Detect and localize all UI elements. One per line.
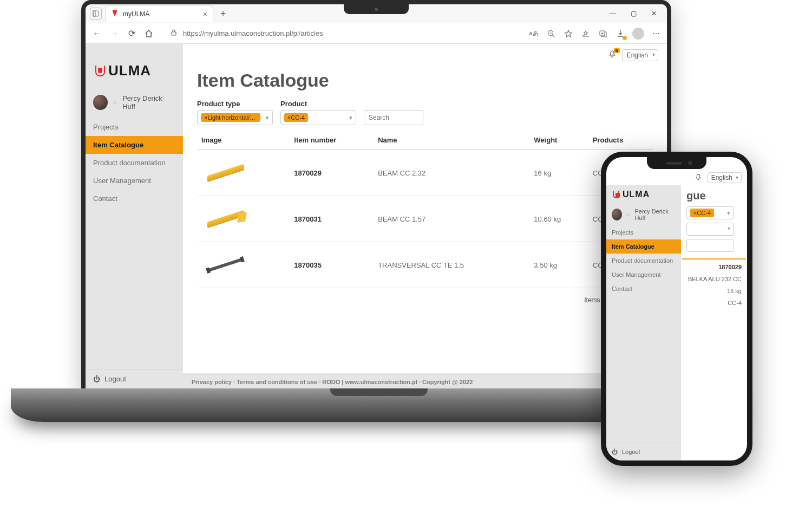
- window-controls: — ▢ ✕: [604, 8, 663, 20]
- address-bar[interactable]: https://myulma.ulmaconstruction.pl/pl/ar…: [183, 29, 523, 37]
- item-number: 1870035: [290, 242, 374, 288]
- sidebar-item-projects[interactable]: Projects: [86, 118, 183, 136]
- user-profile[interactable]: ★ Percy Derick Huff: [86, 89, 183, 118]
- phone-sidebar: ULMA ★ Percy Derick Huff Projects Item C…: [606, 185, 681, 460]
- th-image: Image: [197, 131, 290, 150]
- table-row[interactable]: 1870035 TRANSVERSAL CC TE 1.5 3.50 kg CC…: [197, 242, 653, 288]
- ulma-favicon: [111, 10, 119, 18]
- user-name: Percy Derick Huff: [122, 94, 175, 111]
- phone-frame: English ULMA ★ Percy Derick Huff Project…: [601, 152, 752, 466]
- phone-item-number: 1870029: [686, 264, 742, 270]
- items-table: Image Item number Name Weight Products 1…: [197, 131, 653, 288]
- forward-button[interactable]: →: [108, 28, 120, 40]
- sidebar-item-contact[interactable]: Contact: [86, 190, 183, 207]
- phone-nav-projects[interactable]: Projects: [606, 225, 681, 239]
- item-name: BEAM CC 2.32: [374, 150, 529, 196]
- table-row[interactable]: 1870031 BEAM CC 1.57 10.60 kg CC-4: [197, 196, 653, 242]
- search-input[interactable]: [364, 110, 423, 125]
- item-thumbnail: [201, 206, 249, 232]
- more-menu-icon[interactable]: ⋯: [651, 28, 662, 39]
- phone-user-avatar: [612, 209, 622, 220]
- item-thumbnail: [201, 252, 249, 278]
- pagination: Items per page: 20: [197, 288, 653, 312]
- reload-button[interactable]: ⟳: [126, 28, 137, 40]
- product-chip[interactable]: ×CC-4: [284, 113, 308, 122]
- new-tab-button[interactable]: +: [217, 7, 230, 20]
- phone-page-title: gue: [686, 190, 742, 202]
- translate-icon[interactable]: aあ: [528, 28, 539, 39]
- divider: [682, 258, 746, 259]
- favorite-star-icon[interactable]: [563, 28, 574, 39]
- sidebar-item-user-management[interactable]: User Management: [86, 172, 183, 190]
- laptop-notch: [344, 4, 409, 14]
- phone-notch: [647, 157, 706, 169]
- minimize-button[interactable]: —: [604, 8, 621, 20]
- phone-user-name: Percy Derick Huff: [634, 208, 676, 221]
- collections-icon[interactable]: [598, 28, 608, 39]
- favorites-bar-icon[interactable]: [580, 28, 591, 39]
- phone-secondary-select[interactable]: [686, 223, 734, 236]
- phone-item-name: BELKA ALU 232 CC: [686, 276, 742, 282]
- browser-tab[interactable]: myULMA ×: [105, 5, 213, 22]
- downloads-icon[interactable]: [615, 28, 626, 39]
- phone-user[interactable]: ★ Percy Derick Huff: [606, 204, 681, 225]
- laptop-frame: myULMA × + — ▢ ✕ ← → ⟳: [11, 0, 693, 433]
- phone-logout[interactable]: ⏻ Logout: [606, 443, 681, 460]
- phone-search-input[interactable]: [686, 239, 734, 252]
- main-content: 6 English Item Catalogue Product type ×L…: [183, 44, 667, 390]
- table-row[interactable]: 1870029 BEAM CC 2.32 16 kg CC-4: [197, 150, 653, 196]
- footer: Privacy policy · Terms and conditions of…: [183, 373, 667, 390]
- th-name: Name: [374, 131, 529, 150]
- phone-product-select[interactable]: ×CC-4: [686, 206, 734, 219]
- app-topbar: 6 English: [183, 44, 667, 61]
- product-type-label: Product type: [197, 100, 273, 108]
- phone-nav-contact[interactable]: Contact: [606, 282, 681, 296]
- maximize-button[interactable]: ▢: [625, 8, 642, 20]
- product-type-select[interactable]: ×Light horizontal/sl…: [197, 110, 273, 125]
- zoom-out-icon[interactable]: [546, 28, 556, 39]
- close-window-button[interactable]: ✕: [645, 8, 663, 20]
- notifications-badge: 6: [614, 48, 620, 53]
- notifications-button[interactable]: 6: [608, 50, 617, 61]
- sidebar-item-catalogue[interactable]: Item Catalogue: [86, 136, 183, 154]
- tab-title: myULMA: [123, 10, 149, 18]
- phone-product-chip[interactable]: ×CC-4: [690, 209, 714, 217]
- tab-overview-button[interactable]: [90, 8, 102, 20]
- laptop-screen: myULMA × + — ▢ ✕ ← → ⟳: [81, 0, 671, 390]
- product-type-chip[interactable]: ×Light horizontal/sl…: [201, 113, 260, 122]
- svg-rect-2: [172, 32, 176, 35]
- power-icon: ⏻: [93, 375, 100, 383]
- home-button[interactable]: [143, 28, 155, 40]
- phone-item-card[interactable]: 1870029 BELKA ALU 232 CC 16 kg CC-4: [686, 264, 742, 306]
- star-icon: ★: [112, 99, 118, 106]
- logout-label: Logout: [104, 375, 126, 383]
- item-name: BEAM CC 1.57: [374, 196, 529, 242]
- phone-nav-documentation[interactable]: Product documentation: [606, 254, 681, 268]
- sidebar-item-documentation[interactable]: Product documentation: [86, 154, 183, 172]
- star-icon: ★: [625, 211, 631, 218]
- toolbar-actions: aあ ⋯: [528, 28, 662, 40]
- brand-name: ULMA: [108, 62, 151, 79]
- item-weight: 16 kg: [529, 150, 588, 196]
- th-weight: Weight: [529, 131, 588, 150]
- logout-button[interactable]: ⏻ Logout: [86, 369, 183, 390]
- item-weight: 3.50 kg: [529, 242, 588, 288]
- lock-icon[interactable]: [170, 29, 178, 38]
- back-button[interactable]: ←: [91, 28, 103, 40]
- language-select[interactable]: English: [622, 49, 658, 61]
- close-tab-button[interactable]: ×: [203, 10, 207, 18]
- logo: ULMA: [86, 44, 183, 89]
- browser-toolbar: ← → ⟳ https://myulma.ulmaconstruction.pl…: [86, 23, 667, 43]
- phone-language-select[interactable]: English: [708, 172, 742, 183]
- page-title: Item Catalogue: [197, 70, 653, 91]
- phone-nav-catalogue[interactable]: Item Catalogue: [606, 239, 681, 254]
- phone-nav-user-management[interactable]: User Management: [606, 268, 681, 282]
- ulma-mark-icon: [94, 64, 106, 77]
- content-area: Item Catalogue Product type ×Light horiz…: [183, 61, 667, 373]
- phone-logo: ULMA: [606, 185, 681, 204]
- phone-bell-icon[interactable]: [695, 173, 702, 182]
- phone-item-weight: 16 kg: [686, 288, 742, 294]
- product-select[interactable]: ×CC-4: [280, 110, 356, 125]
- profile-avatar-icon[interactable]: [632, 28, 644, 40]
- item-number: 1870031: [290, 196, 374, 242]
